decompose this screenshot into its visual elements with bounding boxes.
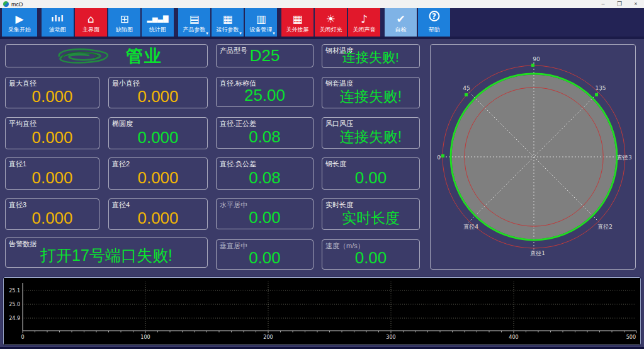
app-icon xyxy=(3,1,9,7)
trend-x-tick: 0 xyxy=(21,335,24,340)
polar-label-right: 直径3 xyxy=(617,154,632,161)
toolbar: ▶采集开始ılıl波动图⌂主界面⊞缺陷图▂▅▃▇统计图▤产品参数▼▦运行参数▼▥… xyxy=(0,8,644,39)
stats-chart-button[interactable]: ▂▅▃▇统计图 xyxy=(142,8,174,37)
metric-value: 打开17号端口失败! xyxy=(6,245,207,266)
defect-chart-button[interactable]: ⊞缺陷图 xyxy=(108,8,140,37)
restore-button[interactable]: ❐ xyxy=(611,0,628,8)
toolbar-group: ▶采集开始 xyxy=(2,8,37,37)
run-grid-icon: ▦ xyxy=(212,11,244,27)
defect-grid-icon: ⊞ xyxy=(108,11,140,27)
metric-product-model: 产品型号D25 xyxy=(216,44,314,67)
metric-min-diameter: 最小直径0.000 xyxy=(108,77,208,108)
metric-value: 0.000 xyxy=(6,209,99,228)
metric-sleeve-temperature: 钢套温度连接失败! xyxy=(322,77,420,108)
trend-x-tick: 400 xyxy=(509,335,518,340)
metric-label: 椭圆度 xyxy=(112,119,133,129)
metric-label: 钢长度 xyxy=(325,159,346,169)
main-screen-button[interactable]: ⌂主界面 xyxy=(75,8,107,37)
screen-icon: ▦ xyxy=(281,11,314,27)
device-icon: ▥ xyxy=(245,11,277,27)
trend-y-tick: 25.1 xyxy=(9,288,20,294)
metric-label: 直径2 xyxy=(112,159,130,169)
metric-alarm-data: 告警数据打开17号端口失败! xyxy=(5,237,208,268)
product-params-button[interactable]: ▤产品参数▼ xyxy=(178,8,210,37)
polar-label-upper-right: 135 xyxy=(595,85,606,91)
help-button[interactable]: ?帮助 xyxy=(418,8,450,37)
cross-section-panel: 04590135直径1直径2直径3直径4 xyxy=(430,44,636,270)
trend-chart-panel: 24.925.025.10100200300400500 xyxy=(3,277,641,345)
metric-value: 0.000 xyxy=(6,128,99,147)
metric-value: D25 xyxy=(217,46,313,66)
start-collection-button[interactable]: ▶采集开始 xyxy=(2,8,37,37)
metric-value: 0.00 xyxy=(322,248,419,268)
home-icon: ⌂ xyxy=(75,11,107,27)
logo-text: 管业 xyxy=(126,45,162,67)
metric-value: 0.000 xyxy=(6,87,99,106)
wave-chart-button[interactable]: ılıl波动图 xyxy=(42,8,74,37)
dropdown-arrow-icon: ▼ xyxy=(272,31,276,35)
light-icon: ☀ xyxy=(315,11,347,27)
metric-value: 0.000 xyxy=(6,168,99,188)
polar-label-lower-right: 直径2 xyxy=(597,224,613,230)
close-sound-button[interactable]: ♪关闭声音 xyxy=(348,8,380,37)
polar-label-lower-left: 直径4 xyxy=(463,224,478,230)
metric-avg-diameter: 平均直径0.000 xyxy=(5,117,99,149)
minimize-button[interactable]: – xyxy=(595,0,611,8)
device-manage-button[interactable]: ▥设备管理▼ xyxy=(245,8,277,37)
toolbar-group: ▤产品参数▼▦运行参数▼▥设备管理▼ xyxy=(178,8,277,37)
close-lights-button[interactable]: ☀关闭灯光 xyxy=(315,8,347,37)
run-params-button[interactable]: ▦运行参数▼ xyxy=(212,8,244,37)
metric-diameter-1: 直径10.000 xyxy=(5,157,99,190)
metric-steel-temperature: 钢材温度连接失败! xyxy=(322,44,420,68)
metric-value: 0.00 xyxy=(217,208,313,227)
polar-label-bottom: 直径1 xyxy=(530,250,545,256)
help-icon: ? xyxy=(429,11,439,21)
metric-ovality: 椭圆度0.000 xyxy=(108,117,208,149)
metric-air-pressure: 风口风压连接失败! xyxy=(322,117,420,149)
trend-chart: 24.925.025.10100200300400500 xyxy=(4,278,640,345)
metric-diameter-2: 直径20.000 xyxy=(108,157,208,190)
metric-horizontal-centering: 水平居中0.00 xyxy=(216,198,314,229)
metric-value: 0.00 xyxy=(322,168,419,188)
product-list-icon: ▤ xyxy=(178,11,210,27)
trend-y-tick: 24.9 xyxy=(9,316,20,321)
metric-max-diameter: 最大直径0.000 xyxy=(5,77,99,108)
metric-label: 直径.负公差 xyxy=(220,159,256,169)
siren-icon: ♪ xyxy=(348,11,380,27)
metric-value: 0.08 xyxy=(217,127,313,147)
metric-speed: 速度（m/s）0.00 xyxy=(322,239,420,270)
play-icon: ▶ xyxy=(2,11,37,27)
toolbar-group: ılıl波动图⌂主界面⊞缺陷图▂▅▃▇统计图 xyxy=(42,8,174,37)
trend-y-tick: 25.0 xyxy=(9,302,20,307)
metric-value: 连接失败! xyxy=(322,87,419,106)
metric-value: 实时长度 xyxy=(322,209,419,228)
polar-label-top: 90 xyxy=(533,56,540,62)
bar-chart-icon: ▂▅▃▇ xyxy=(142,11,174,27)
close-button[interactable]: × xyxy=(628,0,644,8)
metric-label: 平均直径 xyxy=(9,119,37,129)
metric-value: 0.000 xyxy=(109,168,207,188)
trend-x-tick: 100 xyxy=(140,335,150,340)
window-title: mcD xyxy=(11,1,23,8)
metric-diameter-nominal: 直径.标称值25.00 xyxy=(216,77,314,107)
window-controls: – ❐ × xyxy=(595,0,644,8)
metric-diameter-4: 直径40.000 xyxy=(108,198,208,230)
dropdown-arrow-icon: ▼ xyxy=(205,31,209,35)
toolbar-group: ▦关外接屏☀关闭灯光♪关闭声音 xyxy=(281,8,380,37)
metric-value: 连接失败! xyxy=(322,127,419,147)
app-window: mcD – ❐ × ▶采集开始ılıl波动图⌂主界面⊞缺陷图▂▅▃▇统计图▤产品… xyxy=(0,0,644,349)
metric-vertical-centering: 垂直居中0.00 xyxy=(216,239,314,270)
close-ext-screen-button[interactable]: ▦关外接屏 xyxy=(281,8,314,37)
cross-section-chart: 04590135直径1直径2直径3直径4 xyxy=(431,45,635,269)
trend-x-tick: 500 xyxy=(626,335,636,340)
metric-value: 0.00 xyxy=(217,248,313,268)
trend-x-tick: 200 xyxy=(263,335,273,340)
logo-box: 管业 xyxy=(5,44,208,67)
metric-diameter-pos-tol: 直径.正公差0.08 xyxy=(216,117,314,149)
trend-x-tick: 300 xyxy=(386,335,395,340)
polar-label-left: 0 xyxy=(437,154,441,161)
polar-label-upper-left: 45 xyxy=(463,85,470,91)
metric-value: 25.00 xyxy=(217,86,313,105)
metric-label: 直径1 xyxy=(9,159,26,169)
self-check-button[interactable]: ✔自检 xyxy=(385,8,417,37)
